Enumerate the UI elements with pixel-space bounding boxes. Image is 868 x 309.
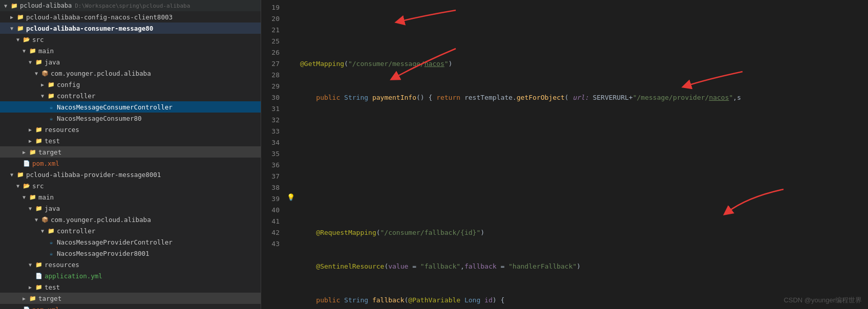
expand-arrow [29, 127, 35, 133]
sidebar-item-nacos-provider-controller[interactable]: ☕ NacosMessageProviderController [0, 236, 261, 248]
gutter-line-43 [286, 236, 296, 248]
line-num: 19 [261, 2, 280, 13]
folder-icon: 📁 [47, 80, 55, 89]
expand-arrow [16, 183, 23, 189]
code-line-29: @SentinelResource(value = "fallback",fal… [300, 261, 864, 272]
line-num: 20 [261, 13, 280, 25]
yml-icon: 📄 [35, 272, 43, 280]
src-icon: 📂 [23, 35, 31, 43]
tree-label: main [38, 47, 54, 55]
code-line-19 [300, 25, 864, 36]
code-line-25 [300, 126, 864, 137]
folder-icon: 📁 [47, 92, 55, 100]
code-line-27 [300, 193, 864, 205]
gutter-line-41 [286, 214, 296, 225]
xml-icon: 📄 [23, 305, 31, 309]
gutter-line-27 [286, 56, 296, 68]
line-num: 35 [261, 148, 280, 160]
folder-icon: 📁 [16, 170, 25, 179]
sidebar-item-nacos-message-consumer80[interactable]: ☕ NacosMessageConsumer80 [0, 113, 261, 124]
gutter-line-38 [286, 180, 296, 191]
sidebar-item-package2[interactable]: 📦 com.younger.pcloud.alibaba [0, 214, 261, 225]
gutter-line-26 [286, 45, 296, 56]
tree-path: D:\Workspace\spring\pcloud-alibaba [75, 3, 190, 9]
sidebar-item-controller2[interactable]: 📁 controller [0, 225, 261, 236]
folder-icon: 📁 [29, 193, 37, 201]
sidebar-item-nacos-provider8001[interactable]: ☕ NacosMessageProvider8001 [0, 248, 261, 259]
sidebar-item-resources[interactable]: 📁 resources [0, 124, 261, 135]
line-num: 32 [261, 115, 280, 126]
gutter-line-33 [286, 124, 296, 135]
expand-arrow [29, 206, 35, 211]
tree-label: main [38, 193, 54, 201]
java-class-icon: ☕ [47, 249, 55, 257]
sidebar-item-src2[interactable]: 📂 src [0, 180, 261, 191]
gutter-line-20 [286, 11, 296, 23]
code-content[interactable]: @GetMapping("/consumer/message/nacos") p… [296, 0, 868, 309]
folder-icon: 📁 [35, 58, 43, 66]
tree-label: target [38, 295, 61, 302]
gutter-line-30 [286, 90, 296, 101]
sidebar-item-config[interactable]: 📁 config [0, 79, 261, 90]
sidebar-item-main2[interactable]: 📁 main [0, 191, 261, 203]
sidebar-item-test[interactable]: 📁 test [0, 135, 261, 146]
tree-label: pcloud-alibaba-consumer-message80 [26, 25, 153, 32]
line-num: 42 [261, 227, 280, 238]
sidebar-item-consumer-message80[interactable]: 📁 pcloud-alibaba-consumer-message80 [0, 23, 261, 34]
sidebar-item-package[interactable]: 📦 com.younger.pcloud.alibaba [0, 68, 261, 79]
sidebar-item-application-yml[interactable]: 📄 application.yml [0, 270, 261, 281]
gutter-line-40 [286, 203, 296, 214]
gutter-line-32 [286, 113, 296, 124]
line-num: 25 [261, 36, 280, 47]
expand-arrow [16, 37, 23, 42]
sidebar-item-pcloud-alibaba[interactable]: 📁 pcloud-alibaba D:\Workspace\spring\pcl… [0, 0, 261, 11]
sidebar-item-config-nacos[interactable]: 📁 pcloud-alibaba-config-nacos-client8003 [0, 11, 261, 23]
expand-arrow [29, 59, 35, 65]
xml-icon: 📄 [23, 159, 31, 167]
line-num: 28 [261, 70, 280, 81]
expand-arrow [10, 14, 16, 20]
sidebar-item-nacos-message-consumer-controller[interactable]: ☕ NacosMessageConsumerController [0, 101, 261, 113]
line-num: 31 [261, 103, 280, 115]
src-icon: 📂 [23, 182, 31, 190]
tree-label: target [38, 148, 61, 156]
folder-icon: 📁 [35, 204, 43, 212]
code-line-28: @RequestMapping("/consumer/fallback/{id}… [300, 227, 864, 238]
gutter-line-39: 💡 [286, 191, 296, 203]
expand-arrow [23, 194, 29, 200]
line-num: 36 [261, 160, 280, 171]
expand-arrow [35, 217, 41, 223]
sidebar-item-target2[interactable]: 📁 target [0, 293, 261, 304]
file-tree: 📁 pcloud-alibaba D:\Workspace\spring\pcl… [0, 0, 261, 309]
expand-arrow [29, 138, 35, 144]
sidebar-item-java[interactable]: 📁 java [0, 56, 261, 68]
sidebar-item-resources2[interactable]: 📁 resources [0, 259, 261, 270]
gutter-line-37 [286, 169, 296, 180]
sidebar-item-test2[interactable]: 📁 test [0, 281, 261, 293]
java-class-icon: ☕ [47, 103, 55, 111]
sidebar-item-pom-xml-1[interactable]: 📄 pom.xml [0, 158, 261, 169]
code-line-26 [300, 160, 864, 171]
gutter-line-36 [286, 158, 296, 169]
line-num: 30 [261, 92, 280, 103]
folder-icon: 📁 [10, 2, 18, 10]
editor-gutter: 💡 [286, 0, 296, 309]
expand-arrow [29, 284, 35, 290]
sidebar-item-controller[interactable]: 📁 controller [0, 90, 261, 101]
sidebar-item-src[interactable]: 📂 src [0, 34, 261, 45]
tree-label: controller [57, 227, 95, 235]
sidebar-item-provider-message8001[interactable]: 📁 pcloud-alibaba-provider-message8001 [0, 169, 261, 180]
sidebar-item-java2[interactable]: 📁 java [0, 203, 261, 214]
sidebar-item-main[interactable]: 📁 main [0, 45, 261, 56]
folder-icon: 📁 [16, 13, 25, 21]
tree-label: NacosMessageProviderController [57, 238, 173, 246]
line-num: 34 [261, 137, 280, 148]
tree-label: java [45, 58, 60, 66]
folder-icon: 📁 [35, 137, 43, 145]
folder-icon: 📁 [29, 148, 37, 156]
folder-icon: 📁 [29, 47, 37, 55]
gutter-line-21 [286, 23, 296, 34]
line-num: 21 [261, 25, 280, 36]
sidebar-item-pom-xml-2[interactable]: 📄 pom.xml [0, 304, 261, 309]
sidebar-item-target[interactable]: 📁 target [0, 146, 261, 158]
